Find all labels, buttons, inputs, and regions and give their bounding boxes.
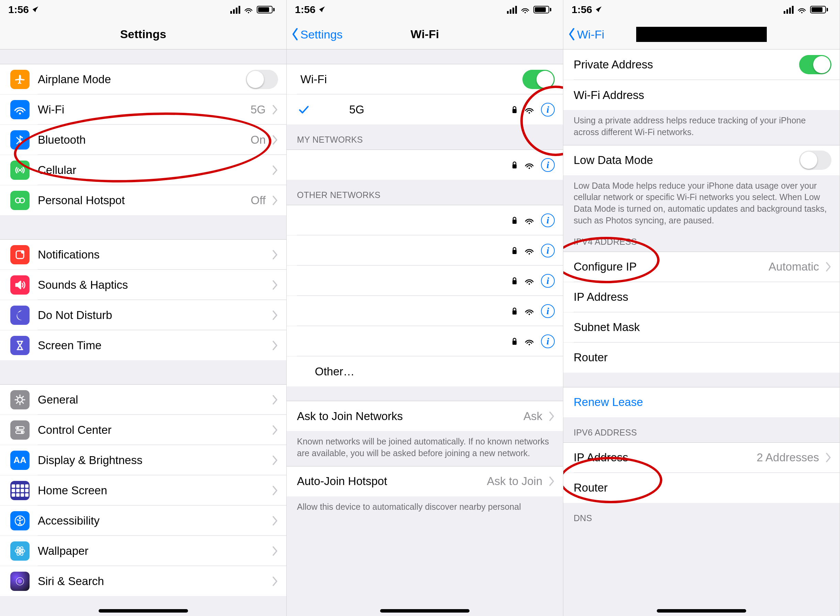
row-general[interactable]: General <box>0 384 286 415</box>
row-bluetooth[interactable]: Bluetooth On <box>0 125 286 155</box>
auto-hotspot-footer: Allow this device to automatically disco… <box>287 496 563 520</box>
back-button[interactable]: Wi-Fi <box>568 28 604 41</box>
network-detail-list[interactable]: Private Address Wi-Fi Address Using a pr… <box>563 50 840 616</box>
cell-signal-icon <box>230 6 240 14</box>
location-arrow-icon <box>318 4 326 15</box>
nav-bar: Wi-Fi <box>563 19 840 50</box>
row-private-address[interactable]: Private Address <box>563 50 840 80</box>
info-icon[interactable]: i <box>541 213 555 227</box>
row-network[interactable]: i <box>287 205 563 235</box>
row-siri[interactable]: Siri & Search <box>0 566 286 596</box>
row-value: On <box>251 133 266 147</box>
row-label: General <box>38 393 269 406</box>
info-icon[interactable]: i <box>541 334 555 348</box>
sounds-icon <box>10 275 29 295</box>
row-notifications[interactable]: Notifications <box>0 239 286 270</box>
chevron-right-icon <box>273 516 278 526</box>
cell-signal-icon <box>507 6 517 14</box>
row-ipv6-router[interactable]: Router <box>563 473 840 503</box>
row-value: 2 Addresses <box>756 451 819 464</box>
row-airplane[interactable]: Airplane Mode <box>0 64 286 94</box>
home-indicator[interactable] <box>99 609 188 613</box>
moon-icon <box>10 306 29 325</box>
row-router[interactable]: Router <box>563 342 840 373</box>
row-ask-join[interactable]: Ask to Join Networks Ask <box>287 401 563 431</box>
row-value: Ask to Join <box>487 475 542 488</box>
chevron-right-icon <box>826 453 831 462</box>
network-detail-panel: 1:56 Wi-Fi Private Address Wi-Fi Address… <box>563 0 840 616</box>
info-icon[interactable]: i <box>541 158 555 172</box>
row-network[interactable]: i <box>287 296 563 326</box>
row-subnet[interactable]: Subnet Mask <box>563 312 840 342</box>
back-button[interactable]: Settings <box>292 28 343 41</box>
status-bar: 1:56 <box>563 0 840 19</box>
hotspot-icon <box>10 191 29 210</box>
row-control-center[interactable]: Control Center <box>0 415 286 445</box>
wifi-switch[interactable] <box>522 70 555 89</box>
row-display[interactable]: AA Display & Brightness <box>0 445 286 475</box>
status-bar: 1:56 <box>0 0 286 19</box>
row-value: Automatic <box>768 260 819 273</box>
row-label: IP Address <box>574 290 831 304</box>
gear-icon <box>10 390 29 409</box>
row-network[interactable]: i <box>287 265 563 296</box>
cell-signal-icon <box>784 6 794 14</box>
row-ip-address[interactable]: IP Address <box>563 282 840 312</box>
row-screentime[interactable]: Screen Time <box>0 330 286 360</box>
section-my-networks: MY NETWORKS <box>287 125 563 150</box>
row-network[interactable]: i <box>287 235 563 265</box>
row-renew-lease[interactable]: Renew Lease <box>563 387 840 417</box>
row-wifi-toggle[interactable]: Wi-Fi <box>287 64 563 94</box>
row-auto-hotspot[interactable]: Auto-Join Hotspot Ask to Join <box>287 466 563 496</box>
row-sounds[interactable]: Sounds & Haptics <box>0 270 286 300</box>
section-dns: DNS <box>563 503 840 528</box>
row-configure-ip[interactable]: Configure IP Automatic <box>563 252 840 282</box>
private-address-switch[interactable] <box>799 55 831 74</box>
info-icon[interactable]: i <box>541 244 555 257</box>
row-low-data[interactable]: Low Data Mode <box>563 145 840 175</box>
row-label: Wallpaper <box>38 544 269 557</box>
row-ipv6-ip[interactable]: IP Address 2 Addresses <box>563 442 840 473</box>
wifi-status-icon <box>244 6 253 13</box>
home-indicator[interactable] <box>380 609 469 613</box>
row-label: Subnet Mask <box>574 321 831 334</box>
row-label: Control Center <box>38 424 269 437</box>
row-label: Siri & Search <box>38 575 269 588</box>
back-label: Settings <box>301 28 343 41</box>
row-dnd[interactable]: Do Not Disturb <box>0 300 286 330</box>
info-icon[interactable]: i <box>541 103 555 117</box>
svg-point-7 <box>18 397 22 402</box>
lock-icon <box>512 161 517 169</box>
low-data-switch[interactable] <box>799 151 831 170</box>
row-network[interactable]: i <box>287 326 563 356</box>
row-network[interactable]: i <box>287 150 563 180</box>
lock-icon <box>512 106 517 114</box>
row-hotspot[interactable]: Personal Hotspot Off <box>0 185 286 215</box>
row-label: Accessibility <box>38 514 269 527</box>
row-other[interactable]: Other… <box>287 356 563 386</box>
location-arrow-icon <box>595 4 603 15</box>
info-icon[interactable]: i <box>541 304 555 318</box>
row-label: Home Screen <box>38 484 269 497</box>
lock-icon <box>512 277 517 285</box>
siri-icon <box>10 572 29 591</box>
row-label: Private Address <box>574 58 799 71</box>
home-indicator[interactable] <box>657 609 746 613</box>
row-wifi-address[interactable]: Wi-Fi Address <box>563 80 840 110</box>
row-label: Configure IP <box>574 260 768 273</box>
row-connected-network[interactable]: 5G i <box>287 94 563 125</box>
wifi-list[interactable]: Wi-Fi 5G i MY NETWORKS i OTHER NETWORKS <box>287 50 563 616</box>
info-icon[interactable]: i <box>541 274 555 288</box>
svg-point-14 <box>19 550 21 552</box>
location-arrow-icon <box>32 4 39 15</box>
row-label: Sounds & Haptics <box>38 279 269 292</box>
row-cellular[interactable]: Cellular <box>0 155 286 185</box>
row-homescreen[interactable]: Home Screen <box>0 475 286 505</box>
row-accessibility[interactable]: Accessibility <box>0 505 286 535</box>
battery-icon <box>810 6 828 13</box>
airplane-switch[interactable] <box>246 70 278 89</box>
row-wallpaper[interactable]: Wallpaper <box>0 535 286 566</box>
wifi-icon <box>10 100 29 119</box>
settings-list[interactable]: Airplane Mode Wi-Fi 5G Bluetooth On Cell… <box>0 50 286 616</box>
row-wifi[interactable]: Wi-Fi 5G <box>0 94 286 125</box>
